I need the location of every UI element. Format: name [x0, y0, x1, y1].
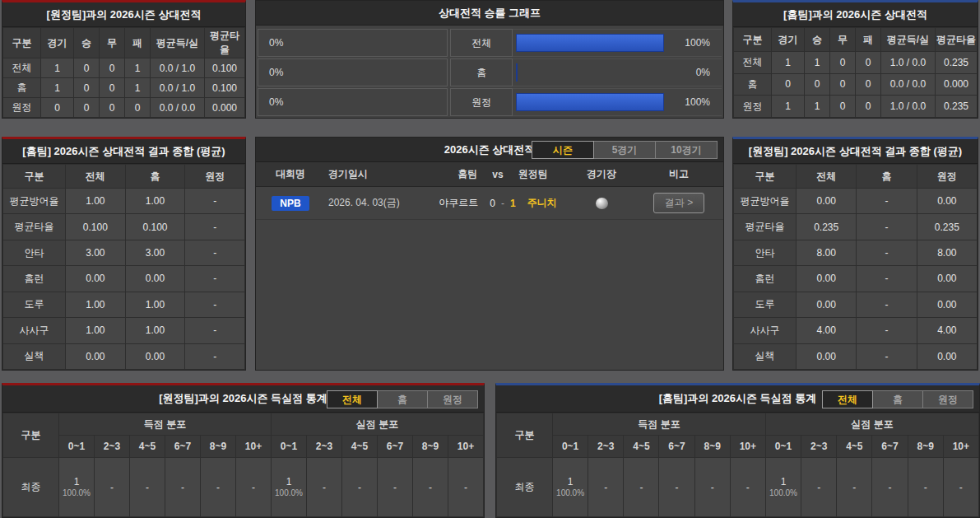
left-winrate-label: 0%	[258, 58, 448, 86]
column-header-datetime: 경기일시	[325, 167, 437, 181]
table-row: 평균타율 0.100 0.100 -	[3, 214, 245, 240]
stat-cell: -	[588, 458, 624, 517]
stat-cell: 3.00	[66, 240, 126, 265]
table-row: 전체 1 0 0 1 0.0 / 1.0 0.100	[3, 58, 245, 78]
graph-row: 0% 홈 0%	[258, 58, 722, 86]
tab-all[interactable]: 전체	[327, 390, 378, 408]
column-header: 평균득/실	[881, 28, 936, 52]
stat-cell: 0	[100, 78, 125, 98]
column-header: 구분	[734, 28, 772, 52]
stat-cell: 1	[772, 52, 805, 74]
stat-cell: -	[413, 458, 448, 517]
column-header: 구분	[3, 28, 41, 58]
home-score: 0	[490, 198, 495, 209]
panel-title: [홈팀]과의 2026시즌 상대전적	[733, 2, 978, 27]
category-label: 홈	[450, 58, 513, 86]
panel-title-text: [홈팀]과의 2026시즌 득실점 통계	[659, 392, 816, 404]
table-row: 사사구 1.00 1.00 -	[3, 318, 245, 343]
stat-cell: 1	[41, 78, 74, 98]
stadium-icon[interactable]	[596, 198, 608, 209]
summary-table: 구분 전체 홈 원정 평균방어율 1.00 1.00 - 평균타율 0.100 …	[2, 164, 245, 370]
panel-title-text: 2026시즌 상대전적	[444, 143, 536, 156]
row-label: 실책	[734, 343, 797, 369]
bin-header: 0~1	[272, 436, 307, 458]
match-datetime-cell: 2026. 04. 03(금)	[325, 196, 437, 210]
stat-cell: 0	[856, 73, 881, 96]
result-button[interactable]: 결과 >	[653, 193, 704, 213]
row-label: 홈	[3, 78, 41, 98]
bin-header: 8~9	[694, 436, 730, 458]
tab-5games[interactable]: 5경기	[593, 141, 656, 159]
tab-away[interactable]: 원정	[922, 390, 973, 408]
table-row: 사사구 4.00 - 4.00	[734, 318, 978, 343]
stat-cell: 0.00	[797, 266, 857, 292]
panel-title: [원정팀]과의 2026시즌 득실점 통계 전체 홈 원정	[2, 385, 484, 413]
tab-home[interactable]: 홈	[872, 390, 923, 408]
stat-cell: 1.0 / 0.0	[881, 96, 936, 118]
column-header: 경기	[41, 28, 74, 58]
right-winrate-label: 100%	[669, 37, 722, 49]
winrate-graph: 0% 전체 100% 0% 홈 0% 0% 원정	[256, 26, 723, 118]
match-row: NPB 2026. 04. 03(금) 야쿠르트 0 - 1 주니치 결과 >	[256, 187, 723, 220]
row-label: 사사구	[734, 318, 797, 343]
stat-cell: -	[307, 458, 342, 517]
column-header: 평균타율	[205, 28, 245, 58]
note-cell: 결과 >	[634, 193, 723, 213]
tab-season[interactable]: 시즌	[532, 141, 594, 159]
row-label: 평균방어율	[734, 189, 797, 214]
bar-zone: 0%	[513, 58, 722, 86]
stat-cell: 0.100	[125, 214, 185, 240]
column-header: 패	[125, 28, 151, 58]
stat-cell: 1.00	[125, 318, 185, 343]
column-header: 평균타율	[936, 28, 978, 52]
stat-cell: -	[908, 458, 943, 517]
stadium-cell	[569, 197, 634, 209]
column-header: 원정	[185, 165, 245, 189]
bin-header: 10+	[943, 436, 978, 458]
row-label: 최종	[497, 458, 553, 517]
stat-cell: -	[185, 318, 245, 343]
stat-cell: 0.00	[917, 266, 977, 292]
stat-cell: -	[857, 214, 917, 240]
stat-cell: 0.000	[936, 73, 978, 96]
row-label: 전체	[3, 58, 41, 78]
bin-header: 8~9	[201, 436, 236, 458]
column-header-note: 비고	[634, 167, 723, 181]
stat-cell: 0	[805, 73, 830, 96]
column-header: 승	[74, 28, 100, 58]
bin-header: 4~5	[342, 436, 378, 458]
column-header: 경기	[772, 28, 805, 52]
table-header-row: 구분 경기 승 무 패 평균득/실 평균타율	[3, 28, 245, 58]
column-header: 구분	[734, 165, 797, 189]
header-vs-label: vs	[492, 169, 503, 180]
stat-cell: 0	[772, 73, 805, 96]
right-winrate-label: 0%	[669, 67, 722, 78]
stat-cell: -	[857, 189, 917, 214]
tab-away[interactable]: 원정	[427, 390, 478, 408]
tab-10games[interactable]: 10경기	[655, 141, 718, 159]
panel-away-season-summary: [원정팀] 2026시즌 상대전적 결과 종합 (평균) 구분 전체 홈 원정 …	[732, 137, 978, 371]
bins-header-row: 0~1 2~3 4~5 6~7 8~9 10+ 0~1 2~3 4~5 6~7 …	[3, 436, 484, 458]
tab-home[interactable]: 홈	[377, 390, 428, 408]
table-row: 최종 1100.0% - - - - - 1100.0% - - - - -	[497, 458, 979, 517]
bin-header: 0~1	[765, 436, 801, 458]
bin-header: 0~1	[59, 436, 95, 458]
table-header-row: 구분 전체 홈 원정	[734, 165, 978, 189]
stat-cell: 0.00	[125, 266, 185, 292]
bin-header: 4~5	[624, 436, 659, 458]
stat-cell: -	[857, 318, 917, 343]
tab-all[interactable]: 전체	[822, 390, 873, 408]
panel-title: [홈팀] 2026시즌 상대전적 결과 종합 (평균)	[2, 139, 245, 164]
league-cell: NPB	[256, 196, 325, 211]
stat-cell: 0.235	[936, 96, 978, 118]
bin-header: 0~1	[553, 436, 588, 458]
table-row: 도루 1.00 1.00 -	[3, 292, 245, 317]
scored-group-header: 득점 분포	[59, 413, 272, 436]
stat-cell: 1.00	[125, 292, 185, 317]
stat-cell: 0.0 / 1.0	[151, 78, 205, 98]
stat-cell: -	[943, 458, 978, 517]
bin-header: 10+	[448, 436, 484, 458]
table-row: 평균타율 0.235 - 0.235	[734, 214, 978, 240]
score-stats-table: 구분 득점 분포 실점 분포 0~1 2~3 4~5 6~7 8~9 10+ 0…	[2, 413, 484, 517]
row-label: 홈	[734, 73, 772, 96]
